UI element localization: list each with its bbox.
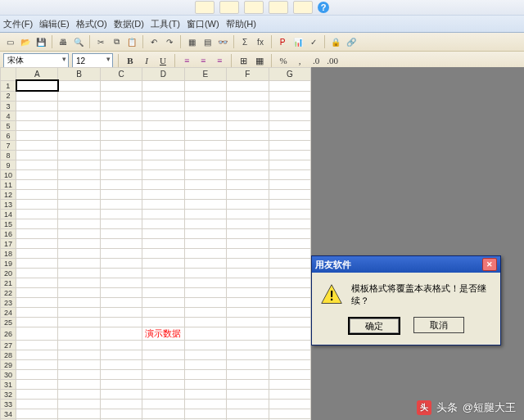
cell[interactable]: [227, 141, 269, 151]
cell[interactable]: [58, 210, 100, 219]
cell[interactable]: [100, 180, 142, 190]
borders-icon[interactable]: ▦: [253, 54, 266, 67]
cell[interactable]: [142, 298, 184, 308]
align-left-icon[interactable]: ≡: [180, 54, 193, 67]
help-icon[interactable]: ?: [318, 2, 329, 13]
cell[interactable]: [184, 219, 226, 229]
cell[interactable]: [142, 141, 184, 151]
cell[interactable]: [100, 219, 142, 229]
cell[interactable]: [227, 327, 269, 341]
cell[interactable]: [100, 249, 142, 259]
row-header[interactable]: 11: [1, 180, 16, 190]
cell[interactable]: [16, 200, 58, 210]
cell[interactable]: [16, 327, 58, 341]
cell[interactable]: [184, 141, 226, 151]
row-header[interactable]: 5: [1, 121, 16, 131]
cell[interactable]: [142, 219, 184, 229]
cell[interactable]: [269, 278, 310, 288]
cell[interactable]: [142, 200, 184, 210]
cell[interactable]: [16, 121, 58, 131]
menu-window[interactable]: 窗口(W): [187, 18, 219, 30]
cell[interactable]: [100, 327, 142, 341]
cell[interactable]: [269, 190, 310, 200]
cell[interactable]: [184, 298, 226, 308]
toolbar-button[interactable]: [244, 1, 264, 14]
cell[interactable]: [58, 350, 100, 360]
cell[interactable]: [58, 327, 100, 341]
cell[interactable]: [100, 341, 142, 350]
row-header[interactable]: 23: [1, 298, 16, 308]
cell[interactable]: [269, 102, 310, 111]
cell[interactable]: [269, 308, 310, 318]
cell[interactable]: [184, 308, 226, 318]
cell[interactable]: [16, 180, 58, 190]
cell[interactable]: [58, 360, 100, 370]
cell[interactable]: [227, 219, 269, 229]
cell[interactable]: [184, 91, 226, 102]
cell[interactable]: [227, 318, 269, 327]
print-icon[interactable]: 🖶: [56, 35, 70, 48]
cell[interactable]: [142, 318, 184, 327]
cell[interactable]: [58, 409, 100, 419]
cell[interactable]: [100, 121, 142, 131]
cell[interactable]: [16, 80, 58, 91]
col-header[interactable]: F: [227, 68, 269, 81]
italic-button[interactable]: I: [140, 54, 153, 67]
decimal-inc-icon[interactable]: .0: [309, 54, 323, 67]
cell[interactable]: [184, 360, 226, 370]
menu-edit[interactable]: 编辑(E): [39, 18, 70, 30]
save-icon[interactable]: 💾: [34, 35, 47, 48]
cell[interactable]: [58, 298, 100, 308]
cell[interactable]: [227, 210, 269, 219]
row-header[interactable]: 3: [1, 102, 16, 111]
cell[interactable]: [16, 278, 58, 288]
row-header[interactable]: 28: [1, 350, 16, 360]
cell[interactable]: [184, 180, 226, 190]
cell[interactable]: [184, 341, 226, 350]
cell[interactable]: [269, 380, 310, 390]
cell[interactable]: [184, 239, 226, 249]
cell[interactable]: [58, 102, 100, 111]
cell[interactable]: [16, 141, 58, 151]
size-select[interactable]: 12: [72, 53, 113, 68]
cell[interactable]: [269, 219, 310, 229]
cell[interactable]: [227, 409, 269, 419]
close-icon[interactable]: ✕: [482, 258, 497, 271]
cell[interactable]: [100, 141, 142, 151]
cell[interactable]: [142, 341, 184, 350]
cell[interactable]: [227, 249, 269, 259]
cell[interactable]: [227, 229, 269, 239]
col-header[interactable]: A: [16, 68, 58, 81]
cell[interactable]: [58, 380, 100, 390]
cell[interactable]: [16, 91, 58, 102]
toolbar-button[interactable]: [269, 1, 288, 14]
toolbar-button[interactable]: [219, 1, 239, 14]
cell[interactable]: [227, 151, 269, 160]
row-header[interactable]: 26: [1, 327, 16, 341]
cell[interactable]: [100, 80, 142, 91]
cell[interactable]: [227, 131, 269, 141]
row-header[interactable]: 18: [1, 249, 16, 259]
cell[interactable]: [184, 160, 226, 170]
menu-tools[interactable]: 工具(T): [151, 18, 180, 30]
cell[interactable]: [142, 170, 184, 180]
cell[interactable]: [16, 102, 58, 111]
corner-cell[interactable]: [1, 68, 16, 81]
cell[interactable]: [142, 380, 184, 390]
cell[interactable]: [100, 380, 142, 390]
cell[interactable]: [100, 239, 142, 249]
cell[interactable]: [269, 298, 310, 308]
cell[interactable]: [227, 170, 269, 180]
cell[interactable]: [227, 360, 269, 370]
cut-icon[interactable]: ✂: [94, 35, 107, 48]
cell[interactable]: [100, 278, 142, 288]
cell[interactable]: [58, 239, 100, 249]
cell[interactable]: [100, 229, 142, 239]
row-header[interactable]: 10: [1, 170, 16, 180]
function-icon[interactable]: fx: [254, 35, 267, 48]
cell[interactable]: [100, 318, 142, 327]
cell[interactable]: [16, 131, 58, 141]
cell[interactable]: [142, 151, 184, 160]
cell[interactable]: [142, 210, 184, 219]
cell[interactable]: [142, 269, 184, 278]
